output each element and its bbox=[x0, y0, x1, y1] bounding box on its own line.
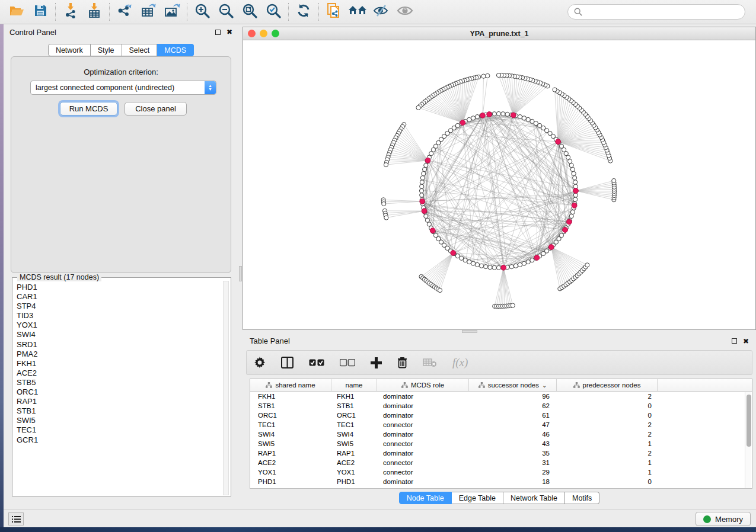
import-network-button[interactable] bbox=[59, 2, 82, 22]
table-scrollbar[interactable] bbox=[745, 392, 751, 488]
network-node[interactable] bbox=[422, 167, 426, 171]
result-node-item[interactable]: CAR1 bbox=[13, 292, 224, 302]
table-cell[interactable]: connector bbox=[377, 458, 469, 467]
save-session-button[interactable] bbox=[28, 2, 52, 22]
network-node[interactable] bbox=[471, 116, 475, 120]
column-header-predecessor-nodes[interactable]: predecessor nodes bbox=[557, 379, 658, 391]
close-panel-button[interactable]: Close panel bbox=[125, 102, 187, 116]
add-column-button[interactable] bbox=[371, 357, 382, 368]
network-node[interactable] bbox=[420, 176, 425, 180]
result-node-item[interactable]: GCR1 bbox=[13, 435, 224, 445]
table-scrollbar-thumb[interactable] bbox=[747, 395, 751, 447]
table-cell[interactable]: YOX1 bbox=[331, 467, 377, 477]
network-canvas[interactable] bbox=[243, 40, 755, 329]
export-image-button[interactable] bbox=[160, 2, 184, 22]
zoom-selected-button[interactable] bbox=[261, 2, 285, 22]
column-header-MCDS-role[interactable]: MCDS role bbox=[377, 379, 469, 391]
table-cell[interactable]: dominator bbox=[377, 411, 469, 420]
network-node[interactable] bbox=[424, 163, 428, 167]
table-cell[interactable]: ACE2 bbox=[250, 458, 331, 467]
mcds-dominator-node[interactable] bbox=[501, 265, 506, 270]
network-node[interactable] bbox=[568, 159, 572, 164]
close-panel-icon[interactable]: ✖ bbox=[227, 28, 232, 36]
result-node-item[interactable]: SWI4 bbox=[13, 330, 224, 339]
network-node[interactable] bbox=[492, 112, 496, 116]
network-node[interactable] bbox=[496, 111, 500, 116]
table-row[interactable]: PHD1PHD1dominator180 bbox=[250, 477, 752, 486]
network-node[interactable] bbox=[438, 288, 442, 292]
mcds-dominator-node[interactable] bbox=[460, 120, 465, 126]
table-cell[interactable]: 18 bbox=[469, 477, 557, 486]
table-row[interactable]: TEC1TEC1connector472 bbox=[250, 420, 752, 430]
network-node[interactable] bbox=[467, 117, 471, 121]
network-node[interactable] bbox=[526, 117, 530, 121]
network-node[interactable] bbox=[420, 193, 424, 197]
network-node[interactable] bbox=[496, 265, 500, 270]
network-node[interactable] bbox=[384, 216, 388, 220]
result-node-item[interactable]: SRD1 bbox=[13, 340, 224, 350]
result-node-item[interactable]: PMA2 bbox=[13, 350, 224, 359]
table-cell[interactable]: dominator bbox=[377, 430, 469, 439]
mcds-dominator-node[interactable] bbox=[548, 245, 554, 250]
tab-network[interactable]: Network bbox=[48, 44, 91, 56]
table-row[interactable]: ACE2ACE2connector311 bbox=[250, 458, 752, 467]
close-panel-icon[interactable]: ✖ bbox=[743, 338, 749, 345]
column-header-shared-name[interactable]: shared name bbox=[250, 379, 331, 391]
mcds-dominator-node[interactable] bbox=[511, 113, 516, 118]
table-cell[interactable]: dominator bbox=[377, 392, 469, 401]
tab-network-table[interactable]: Network Table bbox=[503, 492, 565, 504]
run-mcds-button[interactable]: Run MCDS bbox=[60, 102, 117, 116]
table-cell[interactable]: TEC1 bbox=[250, 420, 331, 430]
import-table-button[interactable] bbox=[82, 2, 106, 22]
network-node[interactable] bbox=[526, 260, 530, 264]
search-input[interactable] bbox=[586, 8, 739, 16]
optimization-criterion-select[interactable]: largest connected component (undirected)… bbox=[30, 81, 216, 95]
settings-gear-button[interactable] bbox=[254, 357, 266, 368]
mcds-dominator-node[interactable] bbox=[573, 188, 579, 194]
first-neighbors-button[interactable] bbox=[346, 2, 369, 22]
mcds-dominator-node[interactable] bbox=[567, 219, 572, 225]
show-all-button[interactable] bbox=[393, 2, 417, 22]
table-cell[interactable]: 1 bbox=[557, 458, 658, 467]
hide-selected-button[interactable] bbox=[369, 2, 393, 22]
network-node[interactable] bbox=[384, 163, 388, 167]
network-node[interactable] bbox=[422, 171, 426, 175]
network-node[interactable] bbox=[518, 262, 522, 267]
table-cell[interactable]: 29 bbox=[469, 467, 557, 477]
vertical-splitter[interactable] bbox=[238, 24, 243, 509]
network-node[interactable] bbox=[570, 167, 575, 171]
table-row[interactable]: RAP1RAP1dominator352 bbox=[250, 448, 752, 458]
search-box[interactable] bbox=[567, 4, 745, 20]
table-cell[interactable]: 43 bbox=[469, 439, 557, 448]
mcds-dominator-node[interactable] bbox=[430, 228, 435, 233]
result-node-item[interactable]: TID3 bbox=[13, 311, 224, 321]
float-window-icon[interactable] bbox=[215, 30, 221, 35]
result-node-item[interactable]: RAP1 bbox=[13, 397, 224, 406]
table-cell[interactable]: 0 bbox=[557, 411, 658, 420]
network-node[interactable] bbox=[511, 303, 515, 307]
network-node[interactable] bbox=[416, 105, 420, 110]
result-node-item[interactable]: STB1 bbox=[13, 406, 224, 416]
network-node[interactable] bbox=[569, 214, 573, 218]
zoom-fit-button[interactable] bbox=[238, 2, 261, 22]
table-cell[interactable]: 2 bbox=[557, 448, 658, 458]
table-cell[interactable]: FKH1 bbox=[250, 392, 331, 401]
zoom-in-button[interactable] bbox=[190, 2, 214, 22]
mcds-dominator-node[interactable] bbox=[451, 251, 456, 256]
network-node[interactable] bbox=[419, 188, 423, 193]
tab-node-table[interactable]: Node Table bbox=[399, 492, 452, 504]
table-cell[interactable]: STB1 bbox=[250, 401, 331, 411]
result-node-item[interactable]: TEC1 bbox=[13, 425, 224, 435]
network-node[interactable] bbox=[522, 116, 526, 120]
table-cell[interactable]: connector bbox=[377, 467, 469, 477]
table-cell[interactable]: 1 bbox=[557, 439, 658, 448]
network-node[interactable] bbox=[505, 112, 509, 116]
table-cell[interactable]: 47 bbox=[469, 420, 557, 430]
table-cell[interactable]: 46 bbox=[469, 430, 557, 439]
table-cell[interactable]: SWI4 bbox=[250, 430, 331, 439]
network-node[interactable] bbox=[479, 264, 483, 268]
mcds-result-list[interactable]: PHD1CAR1STP4TID3YOX1SWI4SRD1PMA2FKH1ACE2… bbox=[13, 283, 224, 495]
tab-style[interactable]: Style bbox=[91, 44, 122, 56]
result-node-item[interactable]: YOX1 bbox=[13, 321, 224, 330]
table-row[interactable]: YOX1YOX1connector291 bbox=[250, 467, 752, 477]
